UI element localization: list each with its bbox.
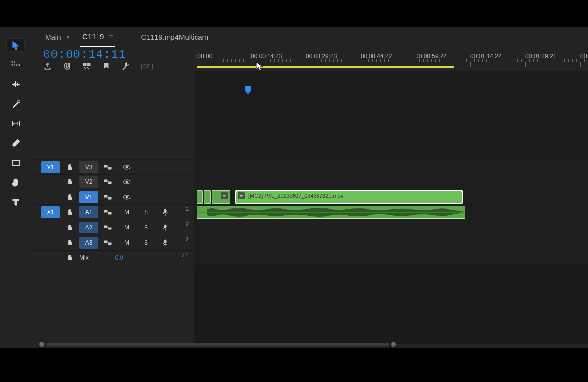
source-patch-v1[interactable]: V1 xyxy=(41,161,60,173)
svg-rect-21 xyxy=(104,210,107,212)
clip-a1[interactable]: fx xyxy=(197,206,466,219)
toggle-output-v1[interactable] xyxy=(118,191,136,203)
channel-count-a1: 2 xyxy=(186,206,189,212)
svg-rect-1 xyxy=(12,64,17,66)
toggle-output-v2[interactable] xyxy=(118,176,136,188)
slip-tool[interactable] xyxy=(6,117,25,130)
sync-lock-v1[interactable] xyxy=(98,191,117,203)
mix-value[interactable]: 0.0 xyxy=(104,252,134,264)
svg-point-20 xyxy=(126,196,128,198)
track-lock-v2[interactable] xyxy=(60,176,79,188)
letterbox-top xyxy=(0,0,588,27)
tab-main-label: Main xyxy=(45,33,61,41)
track-lock-a1[interactable] xyxy=(60,206,79,218)
track-select-forward-tool[interactable] xyxy=(6,58,25,72)
clip-v1-main-label: [MC2] PXL_20230607_034357621.mov xyxy=(245,192,346,200)
voiceover-a3[interactable] xyxy=(156,237,174,249)
track-lock-a3[interactable] xyxy=(60,237,79,249)
solo-a1[interactable]: S xyxy=(137,206,155,218)
channel-count-a3: 2 xyxy=(186,236,189,242)
track-target-v3[interactable]: V3 xyxy=(79,161,98,173)
svg-rect-17 xyxy=(104,195,107,197)
mute-a1[interactable]: M xyxy=(118,206,136,218)
svg-point-12 xyxy=(126,166,128,168)
track-target-a2[interactable]: A2 xyxy=(79,222,98,233)
sync-lock-v2[interactable] xyxy=(98,176,117,188)
lane-mix[interactable] xyxy=(194,251,588,265)
svg-rect-10 xyxy=(108,167,111,169)
hand-tool[interactable] xyxy=(6,176,25,189)
lane-v1[interactable]: fx fx [MC2] PXL_20230607_034357621.mov xyxy=(194,189,588,205)
toggle-output-v3[interactable] xyxy=(118,161,136,173)
mute-a3[interactable]: M xyxy=(118,237,136,249)
lane-v2[interactable] xyxy=(194,175,588,189)
selection-tool[interactable] xyxy=(6,38,25,52)
clip-v1-seg2[interactable] xyxy=(204,190,211,204)
svg-rect-22 xyxy=(108,212,111,214)
tab-main-close-icon[interactable]: × xyxy=(66,33,70,41)
track-header-a1: A1 A1 M S 2 xyxy=(31,205,194,220)
lane-a1[interactable]: fx xyxy=(194,205,588,220)
clip-v1-seg1[interactable] xyxy=(197,190,203,204)
sync-lock-a2[interactable] xyxy=(98,222,117,233)
sync-lock-v3[interactable] xyxy=(98,161,117,173)
clip-v1-seg3[interactable]: fx xyxy=(212,190,230,204)
track-lock-mix[interactable] xyxy=(60,252,79,264)
type-tool[interactable] xyxy=(6,195,25,209)
track-lock-a2[interactable] xyxy=(60,222,79,233)
lane-a3[interactable] xyxy=(194,235,588,251)
tab-multicam[interactable]: C1119.mp4Multicam xyxy=(139,31,210,46)
time-ruler[interactable]: :00:0000:00:14:2300:00:29:2300:00:44:220… xyxy=(194,51,588,72)
playhead[interactable] xyxy=(248,75,248,328)
tab-main[interactable]: Main × xyxy=(43,31,72,46)
editor-region: Main × C1119 ≡ C1119.mp4Multicam 00:00:1… xyxy=(0,27,588,348)
clip-out-handle-icon[interactable] xyxy=(460,190,463,193)
svg-rect-14 xyxy=(108,182,111,184)
svg-rect-28 xyxy=(108,243,111,245)
work-area-bar[interactable] xyxy=(197,66,454,68)
mute-a2[interactable]: M xyxy=(118,222,136,233)
track-lanes[interactable]: fx fx [MC2] PXL_20230607_034357621.mov f… xyxy=(194,72,588,338)
ripple-edit-tool[interactable] xyxy=(6,77,25,91)
svg-rect-27 xyxy=(104,241,107,243)
track-target-v2[interactable]: V2 xyxy=(79,176,98,188)
track-target-a3[interactable]: A3 xyxy=(79,237,98,249)
tab-active[interactable]: C1119 ≡ xyxy=(80,30,115,47)
horizontal-scrollbar[interactable] xyxy=(39,342,580,347)
zoom-handle-right[interactable] xyxy=(391,342,396,347)
sync-lock-a3[interactable] xyxy=(98,237,117,249)
tab-active-menu-icon[interactable]: ≡ xyxy=(109,33,113,41)
rectangle-tool[interactable] xyxy=(6,156,25,170)
scrollbar-track[interactable] xyxy=(46,343,389,346)
clip-v1-main[interactable]: fx [MC2] PXL_20230607_034357621.mov xyxy=(235,190,463,204)
tab-multicam-label: C1119.mp4Multicam xyxy=(141,33,208,41)
svg-rect-0 xyxy=(12,61,15,63)
razor-tool[interactable] xyxy=(6,97,25,111)
track-label-mix: Mix xyxy=(79,252,104,264)
track-target-v1[interactable]: V1 xyxy=(79,191,98,203)
svg-rect-6 xyxy=(12,160,19,165)
mix-read-icon[interactable] xyxy=(182,252,189,258)
solo-a3[interactable]: S xyxy=(137,237,155,249)
track-target-a1[interactable]: A1 xyxy=(79,206,98,218)
sync-lock-a1[interactable] xyxy=(98,206,117,218)
waveform xyxy=(197,206,465,218)
svg-rect-25 xyxy=(108,228,111,229)
timeline-panel: Main × C1119 ≡ C1119.mp4Multicam 00:00:1… xyxy=(31,27,588,348)
solo-a2[interactable]: S xyxy=(137,222,155,233)
track-lock-v1[interactable] xyxy=(60,191,79,203)
source-patch-a1[interactable]: A1 xyxy=(41,206,60,218)
track-header-a2: A2 M S 2 xyxy=(31,220,194,235)
track-header-v1: V1 xyxy=(31,189,194,205)
pen-tool[interactable] xyxy=(6,136,25,150)
svg-rect-9 xyxy=(104,165,107,167)
track-lock-v3[interactable] xyxy=(60,161,79,173)
voiceover-a1[interactable] xyxy=(156,206,174,218)
voiceover-a2[interactable] xyxy=(156,222,174,233)
svg-rect-13 xyxy=(104,180,107,182)
lane-v3[interactable] xyxy=(194,160,588,175)
lane-a2[interactable] xyxy=(194,220,588,235)
svg-point-16 xyxy=(126,181,128,183)
svg-rect-23 xyxy=(164,209,166,213)
zoom-handle-left[interactable] xyxy=(39,342,44,347)
